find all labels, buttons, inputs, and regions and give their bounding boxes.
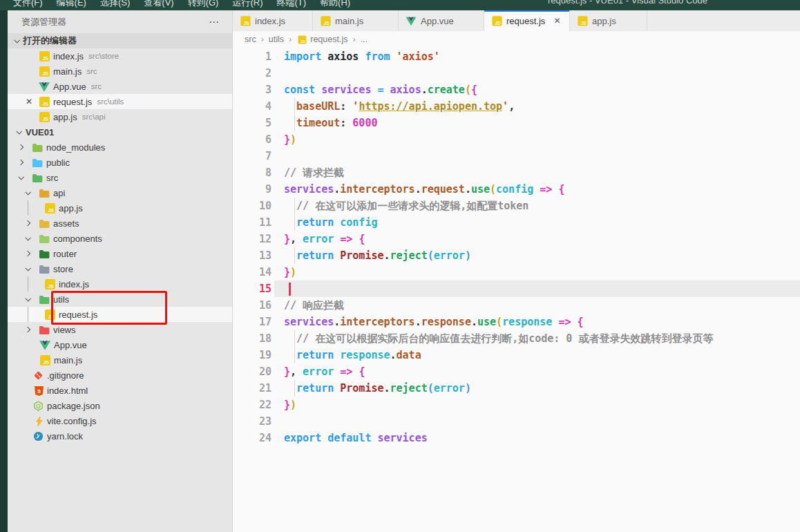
code-line-15[interactable]: 15 (233, 281, 800, 297)
tab-app.js[interactable]: JSapp.js (570, 10, 647, 31)
more-actions-icon[interactable]: ⋯ (209, 16, 220, 28)
tree-item-node_modules[interactable]: node_modules (8, 140, 232, 155)
code-line-8[interactable]: 8// 请求拦截 (233, 164, 800, 181)
chevron-spacer (19, 388, 23, 392)
code-line-16[interactable]: 16// 响应拦截 (233, 297, 800, 314)
code-line-6[interactable]: 6}) (233, 131, 800, 148)
line-content (272, 413, 284, 430)
open-editor-index.js[interactable]: JSindex.jssrc\store (8, 48, 232, 64)
chevron-right-icon[interactable] (25, 327, 30, 332)
tab-request.js[interactable]: JSrequest.js✕ (484, 10, 570, 31)
open-editor-main.js[interactable]: JSmain.jssrc (8, 64, 232, 79)
tree-item-request.js[interactable]: JSrequest.js (8, 307, 232, 322)
chevron-right-icon[interactable] (18, 144, 23, 150)
chevron-spacer (26, 343, 30, 347)
tree-item-index.html[interactable]: 5index.html (8, 383, 232, 398)
breadcrumb-item-...[interactable]: ... (361, 35, 368, 44)
tab-index.js[interactable]: JSindex.js (233, 10, 313, 31)
code-line-22[interactable]: 22}) (233, 397, 800, 413)
tree-item-index.js[interactable]: JSindex.js (8, 276, 232, 292)
menu-item-7[interactable]: 帮助(H) (313, 0, 357, 10)
code-line-21[interactable]: 21 return Promise.reject(error) (233, 380, 800, 397)
code-line-7[interactable]: 7 (233, 148, 800, 164)
folder-icon (39, 294, 50, 305)
code-line-13[interactable]: 13 return Promise.reject(error) (233, 247, 800, 264)
tree-item-yarn.lock[interactable]: yarn.lock (8, 428, 232, 444)
tree-item-label: index.js (59, 279, 89, 289)
activity-bar[interactable] (0, 10, 8, 532)
tree-item-label: package.json (47, 401, 100, 411)
menu-item-0[interactable]: 文件(F) (6, 0, 50, 10)
chevron-down-icon[interactable] (18, 174, 23, 180)
code-line-5[interactable]: 5 timeout: 6000 (233, 115, 800, 131)
breadcrumb-item-src[interactable]: src (245, 35, 256, 44)
project-root-header[interactable]: VUE01 (8, 124, 232, 140)
chevron-down-icon[interactable] (25, 296, 30, 301)
tab-close-icon[interactable]: ✕ (553, 16, 560, 26)
chevron-down-icon[interactable] (25, 189, 30, 195)
code-line-2[interactable]: 2 (233, 65, 800, 82)
package-json-icon (32, 400, 44, 411)
menu-item-2[interactable]: 选择(S) (93, 0, 137, 10)
file-name: App.vue (53, 82, 86, 92)
menu-item-6[interactable]: 终端(T) (269, 0, 313, 10)
chevron-down-icon[interactable] (25, 235, 30, 240)
code-line-1[interactable]: 1import axios from 'axios' (233, 48, 800, 65)
code-line-19[interactable]: 19 return response.data (233, 347, 800, 363)
tree-item-utils[interactable]: utils (8, 292, 232, 307)
code-line-24[interactable]: 24export default services (233, 430, 800, 446)
breadcrumb-item-utils[interactable]: utils (269, 35, 284, 44)
tree-item-assets[interactable]: assets (8, 216, 232, 231)
code-line-20[interactable]: 20}, error => { (233, 363, 800, 380)
close-icon[interactable]: ✕ (26, 97, 32, 106)
tree-item-.gitignore[interactable]: .gitignore (8, 368, 232, 383)
code-line-12[interactable]: 12}, error => { (233, 231, 800, 247)
line-number: 19 (233, 347, 272, 363)
tree-item-router[interactable]: router (8, 246, 232, 261)
tab-label: app.js (592, 16, 616, 26)
tree-item-label: views (53, 325, 76, 335)
code-line-9[interactable]: 9services.interceptors.request.use(confi… (233, 181, 800, 198)
tree-item-label: utils (53, 294, 69, 305)
tab-main.js[interactable]: JSmain.js (313, 10, 399, 31)
code-line-23[interactable]: 23 (233, 413, 800, 430)
menu-item-1[interactable]: 编辑(E) (50, 0, 93, 10)
tree-item-api[interactable]: api (8, 185, 232, 200)
code-line-10[interactable]: 10 // 在这可以添加一些请求头的逻辑,如配置token (233, 198, 800, 214)
tree-item-App.vue[interactable]: App.vue (8, 337, 232, 352)
menu-item-5[interactable]: 运行(R) (225, 0, 269, 10)
breadcrumb-item-request.js[interactable]: JSrequest.js (296, 34, 347, 45)
tree-item-vite.config.js[interactable]: vite.config.js (8, 413, 232, 428)
menu-item-3[interactable]: 查看(V) (137, 0, 180, 10)
code-editor[interactable]: 1import axios from 'axios'23const servic… (233, 47, 800, 532)
tree-item-main.js[interactable]: JSmain.js (8, 352, 232, 368)
line-number: 13 (233, 247, 272, 264)
open-editors-header[interactable]: 打开的编辑器 (8, 33, 232, 48)
line-content: import axios from 'axios' (272, 48, 440, 65)
tree-item-public[interactable]: public (8, 155, 232, 170)
code-line-11[interactable]: 11 return config (233, 214, 800, 231)
menu-item-4[interactable]: 转到(G) (181, 0, 226, 10)
js-file-icon: JS (320, 15, 330, 26)
code-line-14[interactable]: 14}) (233, 264, 800, 281)
code-line-17[interactable]: 17services.interceptors.response.use(res… (233, 314, 800, 330)
tree-item-app.js[interactable]: JSapp.js (8, 200, 232, 216)
tree-item-package.json[interactable]: package.json (8, 398, 232, 413)
chevron-right-icon[interactable] (25, 251, 30, 256)
open-editor-App.vue[interactable]: App.vuesrc (8, 79, 232, 94)
code-line-18[interactable]: 18 // 在这可以根据实际后台的响应值去进行判断,如code: 0 或者登录失… (233, 330, 800, 347)
line-content: return response.data (272, 347, 421, 363)
yarn-lock-icon (32, 430, 44, 441)
open-editor-request.js[interactable]: ✕JSrequest.jssrc\utils (8, 94, 232, 109)
chevron-right-icon[interactable] (25, 220, 30, 226)
chevron-right-icon[interactable] (18, 160, 23, 165)
open-editor-app.js[interactable]: JSapp.jssrc\api (8, 109, 232, 124)
code-line-4[interactable]: 4 baseURL: 'https://api.apiopen.top', (233, 98, 800, 115)
tree-item-src[interactable]: src (8, 170, 232, 185)
tree-item-views[interactable]: views (8, 322, 232, 337)
chevron-down-icon[interactable] (25, 265, 30, 271)
tree-item-store[interactable]: store (8, 261, 232, 276)
tab-App.vue[interactable]: App.vue (399, 10, 484, 31)
code-line-3[interactable]: 3const services = axios.create({ (233, 82, 800, 98)
tree-item-components[interactable]: components (8, 231, 232, 246)
